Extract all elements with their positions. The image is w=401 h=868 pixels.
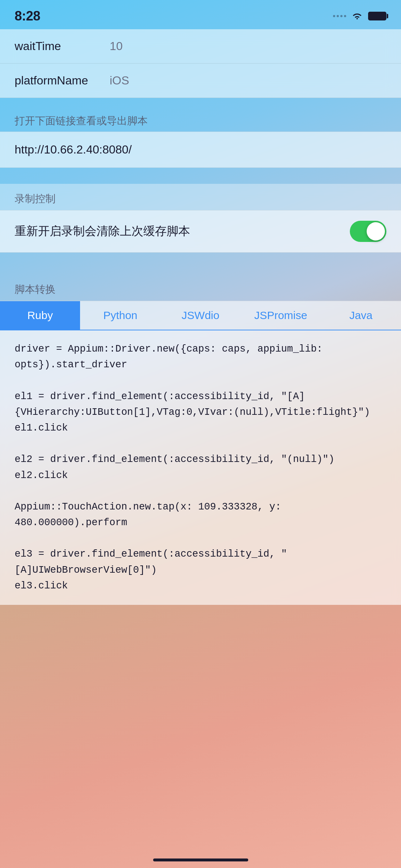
home-indicator <box>153 858 248 861</box>
tabs-container: Ruby Python JSWdio JSPromise Java <box>0 301 401 330</box>
tab-ruby[interactable]: Ruby <box>0 301 80 330</box>
status-time: 8:28 <box>15 8 40 24</box>
spacer-1 <box>0 98 401 107</box>
toggle-label: 重新开启录制会清除上次缓存脚本 <box>15 223 350 239</box>
url-section: 打开下面链接查看或导出脚本 http://10.66.2.40:8080/ <box>0 107 401 168</box>
platform-name-label: platformName <box>15 74 102 87</box>
battery-icon <box>368 12 386 20</box>
wait-time-row: waitTime 10 <box>0 29 401 64</box>
status-icons <box>333 11 386 21</box>
code-content: driver = Appium::Driver.new({caps: caps,… <box>15 341 386 594</box>
wifi-icon <box>351 11 364 21</box>
toggle-row: 重新开启录制会清除上次缓存脚本 <box>0 210 401 253</box>
settings-section: waitTime 10 platformName iOS <box>0 29 401 98</box>
recording-toggle[interactable] <box>350 221 386 242</box>
spacer-4 <box>0 261 401 266</box>
recording-section: 录制控制 重新开启录制会清除上次缓存脚本 <box>0 184 401 253</box>
recording-label-row: 录制控制 <box>0 184 401 210</box>
wait-time-value: 10 <box>110 39 123 53</box>
tab-java[interactable]: Java <box>321 301 401 330</box>
signal-icon <box>333 15 346 17</box>
spacer-2 <box>0 168 401 177</box>
script-section: 脚本转换 Ruby Python JSWdio JSPromise Java d… <box>0 274 401 605</box>
spacer-3 <box>0 253 401 261</box>
platform-name-value: iOS <box>110 74 129 87</box>
code-area: driver = Appium::Driver.new({caps: caps,… <box>0 330 401 605</box>
toggle-knob <box>367 222 385 240</box>
script-section-label: 脚本转换 <box>0 274 401 301</box>
tab-jspromise[interactable]: JSPromise <box>241 301 321 330</box>
tabs-row: Ruby Python JSWdio JSPromise Java <box>0 301 401 330</box>
status-bar: 8:28 <box>0 0 401 29</box>
wait-time-label: waitTime <box>15 39 102 53</box>
tab-python[interactable]: Python <box>80 301 160 330</box>
url-row[interactable]: http://10.66.2.40:8080/ <box>0 132 401 168</box>
url-section-label: 打开下面链接查看或导出脚本 <box>0 107 401 132</box>
tab-jswdio[interactable]: JSWdio <box>160 301 241 330</box>
url-text: http://10.66.2.40:8080/ <box>15 143 132 156</box>
recording-section-label: 录制控制 <box>15 193 56 204</box>
platform-name-row: platformName iOS <box>0 64 401 98</box>
